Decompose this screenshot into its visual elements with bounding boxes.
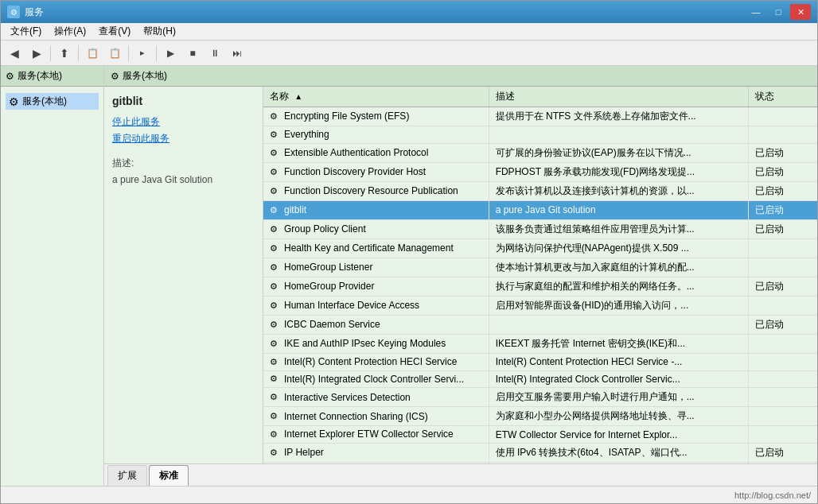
table-row[interactable]: ⚙Extensible Authentication Protocol可扩展的身… <box>263 143 817 162</box>
menu-help[interactable]: 帮助(H) <box>137 23 182 40</box>
table-row[interactable]: ⚙Function Discovery Resource Publication… <box>263 181 817 200</box>
col-status-label: 状态 <box>755 91 774 102</box>
cell-status: 已启动 <box>748 181 817 200</box>
tree-services-icon: ⚙ <box>9 95 19 108</box>
cell-desc: IKEEXT 服务托管 Internet 密钥交换(IKE)和... <box>489 334 748 353</box>
table-row[interactable]: ⚙Intel(R) Content Protection HECI Servic… <box>263 353 817 370</box>
cell-status <box>748 353 817 370</box>
cell-desc: 使用 IPv6 转换技术(6to4、ISATAP、端口代... <box>489 444 748 463</box>
cell-desc: Intel(R) Integrated Clock Controller Ser… <box>489 370 748 388</box>
cell-status: 已启动 <box>748 200 817 219</box>
menu-file[interactable]: 文件(F) <box>4 23 48 40</box>
toolbar-stop[interactable]: ■ <box>182 44 203 63</box>
col-header-status[interactable]: 状态 <box>748 87 817 107</box>
table-scroll[interactable]: 名称 ▲ 描述 状态 <box>263 87 817 463</box>
toolbar-play[interactable]: ▶ <box>160 44 181 63</box>
toolbar-item2[interactable]: 📋 <box>104 44 125 63</box>
table-row[interactable]: ⚙Human Interface Device Access启用对智能界面设备(… <box>263 296 817 315</box>
cell-desc: 使本地计算机更改与加入家庭组的计算机的配... <box>489 258 748 277</box>
table-row[interactable]: ⚙iPod 服务iPod 硬件管理服务 <box>263 463 817 463</box>
menu-action[interactable]: 操作(A) <box>48 23 92 40</box>
detail-restart-link[interactable]: 重启动此服务 <box>112 132 255 145</box>
menu-view[interactable]: 查看(V) <box>92 23 137 40</box>
detail-header-title: 服务(本地) <box>123 69 167 83</box>
toolbar-forward[interactable]: ▶ <box>26 44 47 63</box>
table-row[interactable]: ⚙Interactive Services Detection启用交互服务需要用… <box>263 388 817 407</box>
cell-name: ⚙Intel(R) Integrated Clock Controller Se… <box>263 370 489 388</box>
menu-bar: 文件(F) 操作(A) 查看(V) 帮助(H) <box>1 23 817 41</box>
left-panel-header: ⚙ 服务(本地) <box>1 66 103 87</box>
cell-status: 已启动 <box>748 277 817 296</box>
table-row[interactable]: ⚙ICBC Daemon Service已启动 <box>263 315 817 334</box>
cell-desc: iPod 硬件管理服务 <box>489 463 748 463</box>
table-row[interactable]: ⚙Everything <box>263 126 817 144</box>
table-row[interactable]: ⚙Intel(R) Integrated Clock Controller Se… <box>263 370 817 388</box>
cell-status <box>748 296 817 315</box>
toolbar-sep3 <box>128 45 129 61</box>
cell-name: ⚙IKE and AuthIP IPsec Keying Modules <box>263 334 489 353</box>
cell-status <box>748 238 817 258</box>
table-row[interactable]: ⚙HomeGroup Provider执行与家庭组的配置和维护相关的网络任务。.… <box>263 277 817 296</box>
table-row[interactable]: ⚙IKE and AuthIP IPsec Keying ModulesIKEE… <box>263 334 817 353</box>
minimize-button[interactable]: — <box>746 4 766 20</box>
left-gear-icon: ⚙ <box>6 71 14 82</box>
toolbar-back[interactable]: ◀ <box>4 44 25 63</box>
cell-name: ⚙Function Discovery Resource Publication <box>263 181 489 200</box>
col-name-label: 名称 <box>270 91 289 102</box>
cell-name: ⚙Group Policy Client <box>263 219 489 238</box>
cell-desc: 执行与家庭组的配置和维护相关的网络任务。... <box>489 277 748 296</box>
tab-expand[interactable]: 扩展 <box>107 465 147 486</box>
table-row[interactable]: ⚙Group Policy Client该服务负责通过组策略组件应用管理员为计算… <box>263 219 817 238</box>
col-header-name[interactable]: 名称 ▲ <box>263 87 489 107</box>
detail-desc-text: a pure Java Git solution <box>112 173 255 187</box>
cell-desc: 该服务负责通过组策略组件应用管理员为计算... <box>489 219 748 238</box>
cell-name: ⚙Human Interface Device Access <box>263 296 489 315</box>
cell-status <box>748 334 817 353</box>
toolbar-pause[interactable]: ⏸ <box>204 44 225 63</box>
cell-desc: Intel(R) Content Protection HECI Service… <box>489 353 748 370</box>
toolbar-restart[interactable]: ⏭ <box>227 44 247 63</box>
toolbar-up[interactable]: ⬆ <box>54 44 75 63</box>
table-row[interactable]: ⚙Internet Connection Sharing (ICS)为家庭和小型… <box>263 407 817 426</box>
left-tree: ⚙ 服务(本地) <box>1 87 103 116</box>
window-title: 服务 <box>25 6 746 19</box>
cell-name: ⚙Everything <box>263 126 489 144</box>
toolbar-item3[interactable]: ▸ <box>132 44 153 63</box>
col-desc-label: 描述 <box>496 91 515 102</box>
cell-desc: 可扩展的身份验证协议(EAP)服务在以下情况... <box>489 143 748 162</box>
cell-desc <box>489 126 748 144</box>
tab-standard[interactable]: 标准 <box>149 465 189 486</box>
close-button[interactable]: ✕ <box>790 4 811 20</box>
cell-desc: 为网络访问保护代理(NAPAgent)提供 X.509 ... <box>489 238 748 258</box>
table-row[interactable]: ⚙Health Key and Certificate Management为网… <box>263 238 817 258</box>
table-row[interactable]: ⚙gitblita pure Java Git solution已启动 <box>263 200 817 219</box>
toolbar-sep1 <box>50 45 51 61</box>
detail-stop-link[interactable]: 停止此服务 <box>112 115 255 129</box>
table-row[interactable]: ⚙Encrypting File System (EFS)提供用于在 NTFS … <box>263 107 817 126</box>
cell-desc: 提供用于在 NTFS 文件系统卷上存储加密文件... <box>489 107 748 126</box>
col-header-desc[interactable]: 描述 <box>489 87 748 107</box>
cell-name: ⚙Interactive Services Detection <box>263 388 489 407</box>
table-row[interactable]: ⚙HomeGroup Listener使本地计算机更改与加入家庭组的计算机的配.… <box>263 258 817 277</box>
tree-item-services-local[interactable]: ⚙ 服务(本地) <box>6 93 99 110</box>
detail-header: ⚙ 服务(本地) <box>104 66 817 87</box>
table-area: 名称 ▲ 描述 状态 <box>263 87 817 463</box>
cell-name: ⚙gitblit <box>263 200 489 219</box>
cell-name: ⚙Encrypting File System (EFS) <box>263 107 489 126</box>
toolbar-show-hide[interactable]: 📋 <box>82 44 103 63</box>
cell-name: ⚙iPod 服务 <box>263 463 489 463</box>
table-row[interactable]: ⚙IP Helper使用 IPv6 转换技术(6to4、ISATAP、端口代..… <box>263 444 817 463</box>
cell-name: ⚙HomeGroup Listener <box>263 258 489 277</box>
detail-desc-label: 描述: <box>112 157 255 170</box>
cell-desc: 启用交互服务需要用户输入时进行用户通知，... <box>489 388 748 407</box>
table-row[interactable]: ⚙Internet Explorer ETW Collector Service… <box>263 426 817 444</box>
maximize-button[interactable]: □ <box>768 4 789 20</box>
table-row[interactable]: ⚙Function Discovery Provider HostFDPHOST… <box>263 162 817 181</box>
cell-status <box>748 258 817 277</box>
cell-desc: a pure Java Git solution <box>489 200 748 219</box>
cell-desc: 发布该计算机以及连接到该计算机的资源，以... <box>489 181 748 200</box>
detail-side: gitblit 停止此服务 重启动此服务 描述: a pure Java Git… <box>104 87 263 463</box>
col-sort-arrow: ▲ <box>294 92 302 101</box>
detail-header-icon: ⚙ <box>111 71 119 82</box>
cell-status <box>748 388 817 407</box>
